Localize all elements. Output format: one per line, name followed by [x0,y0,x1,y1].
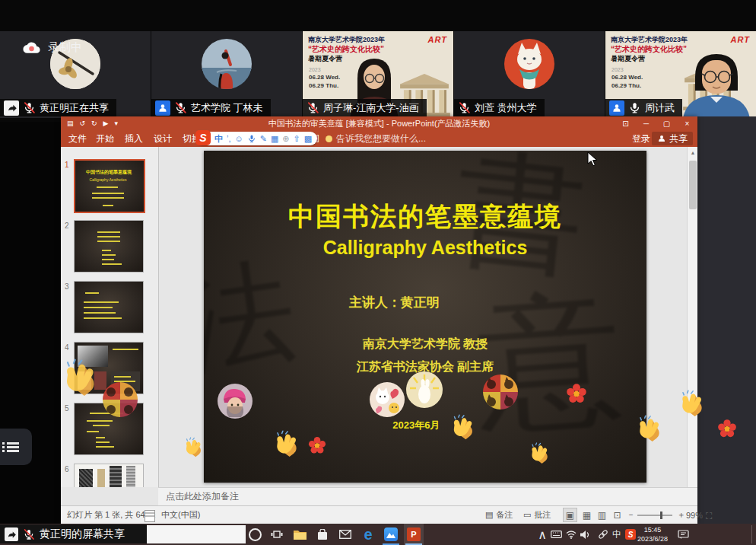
task-view-icon[interactable] [267,524,287,545]
video-tile-liuxuan[interactable]: 刘萱 贵州大学 [454,31,605,118]
keyboard-icon[interactable]: ▦ [271,132,278,145]
screen-share-banner: 黄正明的屏幕共享 [0,524,147,543]
voice-icon[interactable] [247,134,256,143]
volume-icon[interactable] [578,524,592,545]
slideshow-view-button[interactable]: ⊡ [610,508,624,522]
zoom-slider[interactable] [637,515,672,516]
tab-home[interactable]: 开始 [96,130,114,147]
reading-view-button[interactable]: ▥ [595,508,609,522]
powerpoint-taskbar-icon[interactable]: P [404,524,424,545]
share-button-label: 共享 [669,132,688,145]
clap-emoji [57,359,100,401]
share-button[interactable]: 共享 [652,132,693,145]
zoom-percentage[interactable]: 99% [686,506,703,524]
mic-muted-icon [307,101,319,114]
video-tile-zhoujiwu[interactable]: 南京大学艺术学院2023年 “艺术史的跨文化比较” 暑期夏令营 2023 06.… [605,31,756,118]
background-calligraphy: 法 [204,235,305,403]
video-tile-dinglinwei[interactable]: 艺术学院 丁林未 [151,31,302,118]
notification-center-icon[interactable] [675,524,691,545]
mic-on-icon [628,101,641,114]
link-icon[interactable] [596,524,610,545]
screenshot-icon[interactable]: ⊕ [282,132,289,145]
tray-expand-icon[interactable]: ∧ [535,524,549,545]
redo-button[interactable]: ↻ [91,120,97,127]
meeting-app-icon[interactable] [381,524,401,545]
avatar [202,39,252,89]
toolbox-icon[interactable]: ▩ [304,132,312,145]
screen: 黄正明正在共享 艺术学院 [0,0,756,545]
handwriting-pen-icon[interactable]: ✎ [260,132,267,145]
editor-scrollbar[interactable]: ▲ [687,147,697,487]
recording-label: 录制中 [48,40,82,55]
file-explorer-icon[interactable] [290,524,310,545]
language-indicator[interactable]: 中文(中国) [161,506,200,524]
notes-toggle-button[interactable]: ▤ 备注 [485,506,513,524]
clap-emoji [633,415,663,445]
thumb-number: 6 [65,465,72,473]
fit-to-window-button[interactable]: ⛶ [706,507,712,524]
mic-muted-icon [23,528,35,540]
ime-mode-indicator[interactable]: 中 [214,132,223,145]
cortana-icon[interactable] [245,524,265,545]
zoom-out-button[interactable]: － [627,506,635,524]
zoom-slider-thumb[interactable] [660,512,662,519]
sogou-letter: S [625,529,636,540]
slide-thumbnail-2[interactable] [74,220,144,272]
slide-thumbnail-6[interactable] [74,464,144,487]
powerpoint-window: ▤ ↺ ↻ ▶ ▾ 中国书法的审美意蕴 [兼容模式] - PowerPoint(… [61,116,697,524]
mail-icon[interactable] [335,524,355,545]
qat-dropdown[interactable]: ▾ [115,120,119,127]
slide-thumbnail-1[interactable]: 中国书法的笔墨意蕴境 Calligraphy Aesthetics [74,159,145,213]
sogou-ime-toolbar[interactable]: S 中 ’, ☺ ✎ ▦ ⊕ ⇧ ▩ [195,132,317,145]
cloud-recording-icon [21,40,42,55]
sign-in-button[interactable]: 登录 [632,130,650,147]
close-button[interactable]: × [677,116,697,130]
undo-button[interactable]: ↺ [80,120,86,127]
reaction-sticker-popart-cats [483,374,518,410]
punctuation-icon[interactable]: ’, [227,132,231,145]
scrollbar-thumb[interactable] [689,161,697,209]
thumb-number: 2 [65,222,72,230]
ppt-letter: P [407,527,421,541]
taskbar-clock[interactable]: 15:45 2023/6/28 [636,525,669,543]
slide-sorter-view-button[interactable]: ▦ [580,508,594,522]
mouse-cursor [587,152,598,167]
spellcheck-icon[interactable] [145,510,155,522]
mic-muted-icon [23,101,36,114]
scroll-up-arrow[interactable]: ▲ [688,147,697,158]
slide-thumbnail-3[interactable] [74,281,144,333]
save-button[interactable]: ▤ [67,120,74,127]
slide-thumbnail-panel[interactable]: 1 中国书法的笔墨意蕴境 Calligraphy Aesthetics 2 [61,147,159,487]
skin-icon[interactable]: ⇧ [294,132,300,145]
tab-insert[interactable]: 插入 [125,130,143,147]
ribbon-display-options-button[interactable]: ⊡ [615,116,636,130]
video-tile-zhouzilin[interactable]: 南京大学艺术学院2023年 “艺术史的跨文化比较” 暑期夏令营 2023 06.… [303,31,453,118]
participant-panel-toggle[interactable] [0,429,32,465]
thumb-number: 4 [65,343,72,352]
sogou-logo-icon[interactable]: S [195,130,211,145]
emoji-icon[interactable]: ☺ [235,132,243,145]
tab-design[interactable]: 设计 [154,130,172,147]
touch-keyboard-icon[interactable] [549,524,563,545]
slide-counter: 幻灯片 第 1 张, 共 64 张 [67,506,156,524]
notes-toggle-label: 备注 [496,509,513,521]
notes-pane[interactable]: 点击此处添加备注 [158,487,697,505]
restore-button[interactable]: ▢ [656,116,677,130]
microsoft-store-icon[interactable] [313,524,332,545]
minimize-button[interactable]: ─ [636,116,656,130]
thumb1-subtitle: Calligraphy Aesthetics [83,177,133,182]
reaction-sticker-child [218,384,253,419]
slideshow-button[interactable]: ▶ [103,120,109,127]
comments-toggle-button[interactable]: ▭ 批注 [523,506,551,524]
edge-browser-icon[interactable]: e [358,524,378,545]
network-icon[interactable] [564,524,578,545]
ime-language-indicator[interactable]: 中 [610,524,624,545]
tell-me-box[interactable]: 告诉我您想要做什么... [326,130,426,147]
show-desktop-divider[interactable] [751,525,752,543]
taskbar-search-box[interactable] [147,525,246,543]
screen-share-icon [5,527,18,541]
normal-view-button[interactable]: ▣ [563,508,577,522]
tab-file[interactable]: 文件 [68,130,87,147]
zoom-in-button[interactable]: ＋ [677,506,685,524]
screen-share-icon [4,100,19,116]
